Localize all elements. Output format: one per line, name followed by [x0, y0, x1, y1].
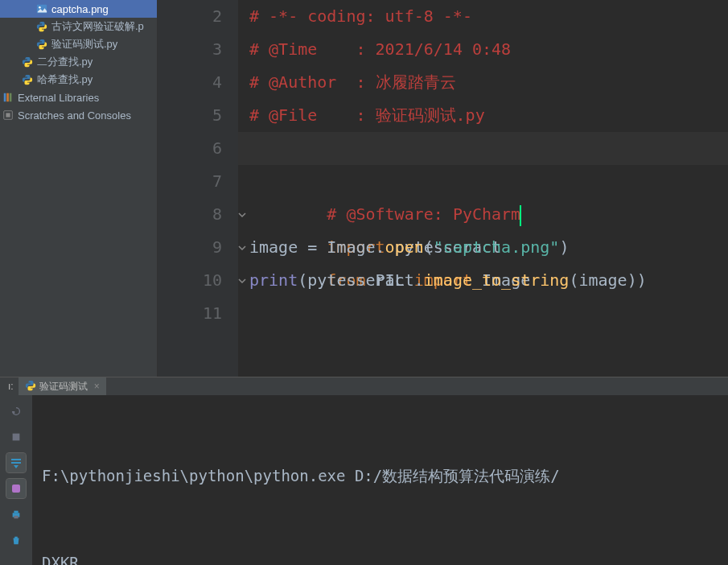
- tree-item-label: Scratches and Consoles: [18, 109, 131, 122]
- tree-item-6[interactable]: Scratches and Consoles: [0, 106, 157, 124]
- code-line-10[interactable]: print(pytesseract.image_to_string(image)…: [238, 264, 728, 297]
- lib-icon: [2, 91, 14, 104]
- line-number: 4: [158, 66, 222, 99]
- svg-rect-9: [11, 462, 21, 464]
- line-number: 7: [158, 165, 222, 198]
- line-number: 10: [158, 264, 222, 297]
- tree-item-label: 验证码测试.py: [51, 37, 117, 52]
- run-header: ı: 验证码测试 ×: [0, 377, 728, 395]
- py-icon: [35, 20, 48, 33]
- project-tree[interactable]: captcha.png古诗文网验证破解.p验证码测试.py二分查找.py哈希查找…: [0, 0, 158, 377]
- svg-point-1: [39, 6, 41, 9]
- tree-item-4[interactable]: 哈希查找.py: [0, 71, 157, 89]
- run-label: ı:: [3, 381, 19, 392]
- tree-item-5[interactable]: External Libraries: [0, 89, 157, 106]
- line-number: 3: [158, 33, 222, 66]
- tree-item-label: 哈希查找.py: [37, 72, 93, 87]
- stop-button[interactable]: [6, 427, 26, 447]
- line-number: 9: [158, 231, 222, 264]
- svg-rect-8: [11, 459, 21, 460]
- scroll-to-end-button[interactable]: [6, 453, 26, 472]
- svg-rect-6: [6, 113, 10, 117]
- code-line-11[interactable]: [238, 297, 728, 330]
- line-number: 8: [158, 198, 222, 231]
- svg-rect-10: [12, 485, 20, 493]
- scratch-icon: [2, 109, 14, 122]
- code-line-9[interactable]: image = Image.open("captcha.png"): [238, 231, 728, 264]
- rerun-button[interactable]: [6, 402, 26, 421]
- code-area[interactable]: # -*- coding: utf-8 -*- # @Time : 2021/6…: [238, 0, 728, 377]
- run-body: F:\pythonjieshi\python\python.exe D:/数据结…: [0, 395, 728, 565]
- svg-rect-3: [6, 93, 9, 102]
- code-line-4[interactable]: # @Author : 冰履踏青云: [238, 66, 728, 99]
- line-number: 5: [158, 99, 222, 132]
- code-line-3[interactable]: # @Time : 2021/6/14 0:48: [238, 33, 728, 66]
- svg-rect-4: [10, 93, 12, 102]
- run-toolbar: [0, 395, 32, 565]
- svg-rect-13: [14, 516, 18, 519]
- code-line-5[interactable]: # @File : 验证码测试.py: [238, 99, 728, 132]
- svg-rect-2: [4, 93, 6, 102]
- code-line-6[interactable]: # @Software: PyCharm: [238, 132, 728, 165]
- run-panel: ı: 验证码测试 ×: [0, 377, 728, 565]
- tree-item-label: 古诗文网验证破解.p: [51, 19, 144, 34]
- console-output[interactable]: F:\pythonjieshi\python\python.exe D:/数据结…: [32, 395, 728, 565]
- python-icon: [25, 380, 36, 394]
- run-tab-label: 验证码测试: [39, 380, 88, 394]
- print-button[interactable]: [6, 505, 26, 524]
- code-line-7[interactable]: import pytesseract: [238, 165, 728, 198]
- code-line-2[interactable]: # -*- coding: utf-8 -*-: [238, 0, 728, 33]
- tree-item-label: captcha.png: [51, 3, 109, 15]
- main-area: captcha.png古诗文网验证破解.p验证码测试.py二分查找.py哈希查找…: [0, 0, 728, 377]
- delete-button[interactable]: [6, 530, 26, 550]
- py-icon: [21, 73, 34, 86]
- tree-item-2[interactable]: 验证码测试.py: [0, 35, 157, 53]
- code-line-8[interactable]: from PIL import Image: [238, 198, 728, 231]
- soft-wrap-button[interactable]: [6, 479, 26, 498]
- py-icon: [21, 56, 34, 68]
- tree-item-0[interactable]: captcha.png: [0, 0, 157, 18]
- gutter: 234567891011: [158, 0, 238, 377]
- close-icon[interactable]: ×: [94, 381, 100, 392]
- line-number: 2: [158, 0, 222, 33]
- tree-item-label: 二分查找.py: [37, 55, 93, 69]
- line-number: 6: [158, 132, 222, 165]
- console-line: F:\pythonjieshi\python\python.exe D:/数据结…: [42, 461, 718, 490]
- run-tab[interactable]: 验证码测试 ×: [19, 377, 106, 395]
- code-editor[interactable]: 234567891011 # -*- coding: utf-8 -*- # @…: [158, 0, 728, 377]
- image-icon: [35, 2, 48, 15]
- py-icon: [35, 38, 48, 51]
- svg-rect-7: [13, 434, 20, 441]
- tree-item-label: External Libraries: [18, 92, 99, 104]
- svg-rect-12: [14, 511, 18, 513]
- tree-item-1[interactable]: 古诗文网验证破解.p: [0, 18, 157, 35]
- tree-item-3[interactable]: 二分查找.py: [0, 53, 157, 71]
- console-line: DXKR: [42, 548, 718, 565]
- line-number: 11: [158, 297, 222, 330]
